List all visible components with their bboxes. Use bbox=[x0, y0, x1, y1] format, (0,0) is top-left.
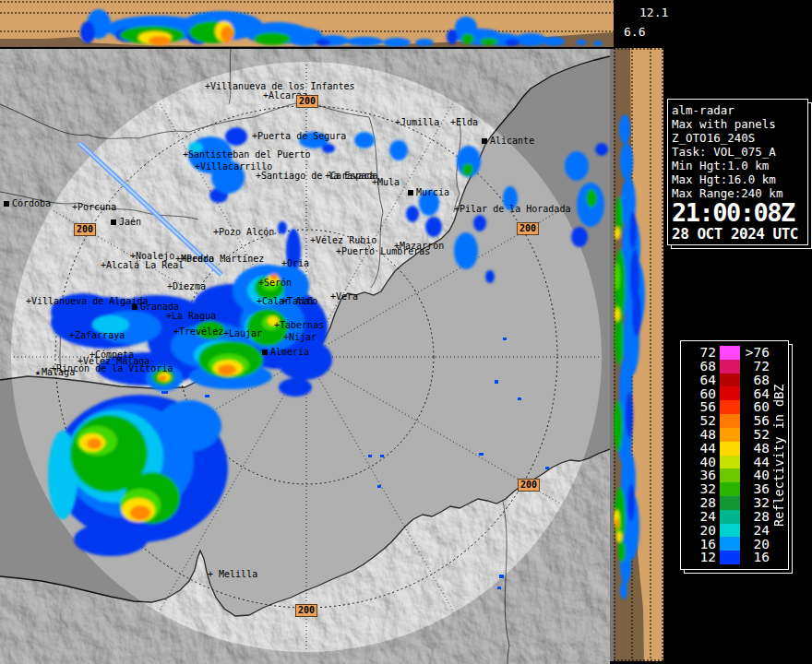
legend-row: 1216 bbox=[681, 551, 771, 564]
legend-color-swatch bbox=[720, 468, 740, 482]
legend-color-swatch bbox=[720, 414, 740, 428]
legend-row: 6468 bbox=[681, 374, 771, 387]
panel-gap bbox=[610, 48, 614, 661]
info-line: alm-radar bbox=[672, 103, 805, 117]
legend-row: 4044 bbox=[681, 456, 771, 469]
legend-row: 3640 bbox=[681, 468, 771, 482]
legend-row: 2024 bbox=[681, 524, 771, 538]
legend-color-swatch bbox=[720, 360, 740, 374]
legend-row: 5660 bbox=[681, 400, 771, 414]
legend-color-swatch bbox=[720, 496, 740, 510]
legend-color-swatch bbox=[720, 524, 740, 538]
legend-row: 3236 bbox=[681, 482, 771, 496]
legend-row: 5256 bbox=[681, 414, 771, 428]
reflectivity-legend: 72>7668726468606456605256485244484044364… bbox=[680, 340, 789, 570]
legend-color-swatch bbox=[720, 428, 740, 442]
legend-row: 2428 bbox=[681, 510, 771, 524]
legend-color-swatch bbox=[720, 456, 740, 469]
legend-row: 6872 bbox=[681, 360, 771, 374]
legend-color-swatch bbox=[720, 386, 740, 400]
legend-color-swatch bbox=[720, 374, 740, 387]
legend-row: 4852 bbox=[681, 428, 771, 442]
legend-row: 4448 bbox=[681, 442, 771, 456]
timestamp: 21:00:08Z bbox=[672, 200, 805, 226]
info-line: Max with panels bbox=[672, 117, 805, 131]
legend-color-swatch bbox=[720, 442, 740, 456]
legend-color-swatch bbox=[720, 346, 740, 360]
legend-row: 1620 bbox=[681, 537, 771, 551]
legend-row: 2832 bbox=[681, 496, 771, 510]
height-gridline-label: 12.1 bbox=[639, 6, 668, 18]
info-line: Task: VOL_075_A bbox=[672, 145, 805, 159]
radar-display-window: 12.16.6 alm-radarMax with panelsZ_OTO16_… bbox=[0, 0, 812, 664]
date-label: 28 OCT 2024 UTC bbox=[672, 226, 805, 242]
legend-row: 6064 bbox=[681, 386, 771, 400]
info-panel: alm-radarMax with panelsZ_OTO16_240STask… bbox=[667, 99, 808, 245]
legend-color-swatch bbox=[720, 400, 740, 414]
info-line: Min Hgt:1.0 km bbox=[672, 159, 805, 172]
panel-divider bbox=[0, 47, 614, 49]
map-panel bbox=[0, 48, 610, 664]
legend-color-swatch bbox=[720, 551, 740, 564]
info-line: Max Hgt:16.0 km bbox=[672, 172, 805, 186]
legend-color-swatch bbox=[720, 482, 740, 496]
legend-color-swatch bbox=[720, 537, 740, 551]
info-line: Z_OTO16_240S bbox=[672, 131, 805, 145]
right-cross-section-panel bbox=[614, 48, 663, 661]
legend-title: Reflectivity in dBZ bbox=[771, 346, 787, 564]
legend-color-swatch bbox=[720, 510, 740, 524]
height-gridline-label: 6.6 bbox=[624, 26, 645, 38]
legend-row: 72>76 bbox=[681, 346, 771, 360]
top-cross-section-panel bbox=[0, 0, 614, 48]
